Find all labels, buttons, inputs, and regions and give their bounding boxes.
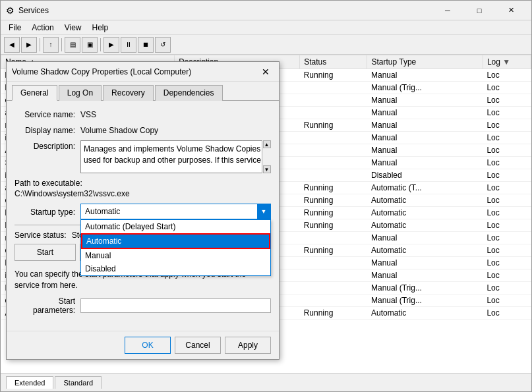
back-button[interactable]: ◀ [4,37,20,53]
menubar: File Action View Help [1,20,531,35]
toolbar-sep-1 [40,38,40,51]
option-auto-delayed[interactable]: Automatic (Delayed Start) [81,220,270,233]
tab-extended[interactable]: Extended [6,376,53,389]
menu-action[interactable]: Action [26,22,59,34]
ok-button[interactable]: OK [125,337,171,354]
tab-general[interactable]: General [12,85,57,101]
display-name-row: Display name: Volume Shadow Copy [15,125,271,135]
table-cell: Manual [367,269,483,282]
menu-file[interactable]: File [3,22,26,34]
description-label: Description: [15,140,80,151]
window-icon: ⚙ [6,5,15,16]
table-cell: Manual (Trig... [367,282,483,294]
statusbar: Extended Standard [1,373,531,391]
pause-service-button[interactable]: ⏸ [121,37,136,53]
toolbar: ◀ ▶ ↑ ▤ ▣ ▶ ⏸ ⏹ ↺ [1,35,531,55]
table-cell: Manual [367,69,483,82]
table-cell: Manual [367,94,483,107]
table-cell: Loc [483,157,531,169]
table-cell: Disabled [367,169,483,182]
dialog-close-button[interactable]: ✕ [258,64,274,80]
menu-view[interactable]: View [59,22,87,34]
col-status[interactable]: Status [300,55,367,69]
table-cell [300,132,367,144]
col-startup[interactable]: Startup Type [367,55,483,69]
tab-standard[interactable]: Standard [55,376,102,389]
service-name-row: Service name: VSS [15,109,271,119]
desc-scrollbar: ▲ ▼ [262,140,271,173]
startup-selected-value: Automatic [81,206,257,217]
maximize-button[interactable]: □ [464,1,494,20]
table-cell: Loc [483,294,531,307]
scroll-up-arrow[interactable]: ▲ [263,140,271,148]
table-cell [300,94,367,107]
table-cell: Manual [367,144,483,157]
table-cell: Loc [483,232,531,244]
cancel-button[interactable]: Cancel [175,337,221,354]
forward-button[interactable]: ▶ [21,37,37,53]
table-cell: Loc [483,107,531,119]
stop-service-button[interactable]: ⏹ [138,37,154,53]
option-manual[interactable]: Manual [81,249,270,262]
close-button[interactable]: ✕ [496,1,526,20]
table-cell: Automatic [367,219,483,232]
col-logon[interactable]: Log ▼ [483,55,531,69]
view-button[interactable]: ▣ [82,37,98,53]
restart-service-button[interactable]: ↺ [155,37,171,53]
table-cell: Automatic [367,194,483,207]
table-cell: Loc [483,82,531,94]
minimize-button[interactable]: ─ [432,1,463,20]
table-cell [300,282,367,294]
display-name-label: Display name: [15,125,80,135]
table-cell [300,82,367,94]
toolbar-sep-2 [61,38,62,51]
titlebar: ⚙ Services ─ □ ✕ [1,1,531,20]
dialog-titlebar: Volume Shadow Copy Properties (Local Com… [7,62,279,82]
show-hide-button[interactable]: ▤ [65,37,80,53]
description-box: Manages and implements Volume Shadow Cop… [80,140,271,173]
dialog-tabs: General Log On Recovery Dependencies [7,82,279,101]
table-cell [300,269,367,282]
table-cell [300,169,367,182]
apply-button[interactable]: Apply [225,337,271,354]
table-cell: Manual [367,119,483,132]
table-cell: Manual [367,132,483,144]
table-cell: Running [300,307,367,320]
table-cell: Loc [483,182,531,194]
startup-dropdown-popup: Automatic (Delayed Start) Automatic Manu… [80,219,271,276]
display-name-value: Volume Shadow Copy [80,125,271,135]
path-label: Path to executable: [15,179,271,188]
up-button[interactable]: ↑ [43,37,59,53]
table-cell [300,144,367,157]
dialog-content: Service name: VSS Display name: Volume S… [7,101,279,331]
start-button[interactable]: Start [15,244,76,261]
table-cell: Loc [483,257,531,269]
startup-dropdown-container: Automatic ▼ Automatic (Delayed Start) Au… [80,204,271,219]
table-cell: Manual [367,232,483,244]
path-row: Path to executable: C:\Windows\system32\… [15,179,271,198]
table-cell [300,157,367,169]
table-cell: Running [300,194,367,207]
description-text: Manages and implements Volume Shadow Cop… [84,144,261,165]
start-params-label: Start parameters: [15,296,80,315]
table-cell: Running [300,244,367,257]
start-params-input[interactable] [80,298,271,313]
start-service-button[interactable]: ▶ [103,37,119,53]
table-cell: Loc [483,269,531,282]
scroll-down-arrow[interactable]: ▼ [263,165,271,173]
path-value: C:\Windows\system32\vssvc.exe [15,189,271,198]
table-cell: Running [300,119,367,132]
option-automatic[interactable]: Automatic [81,233,270,249]
table-cell: Manual (Trig... [367,82,483,94]
service-name-value: VSS [80,109,271,119]
option-disabled[interactable]: Disabled [81,262,270,275]
tab-logon[interactable]: Log On [59,85,102,101]
table-cell: Loc [483,282,531,294]
tab-dependencies[interactable]: Dependencies [155,85,223,101]
menu-help[interactable]: Help [87,22,114,34]
table-cell: Automatic [367,307,483,320]
dropdown-arrow-icon[interactable]: ▼ [257,204,270,219]
tab-recovery[interactable]: Recovery [103,85,154,101]
toolbar-sep-3 [100,38,101,51]
table-cell: Automatic [367,207,483,219]
